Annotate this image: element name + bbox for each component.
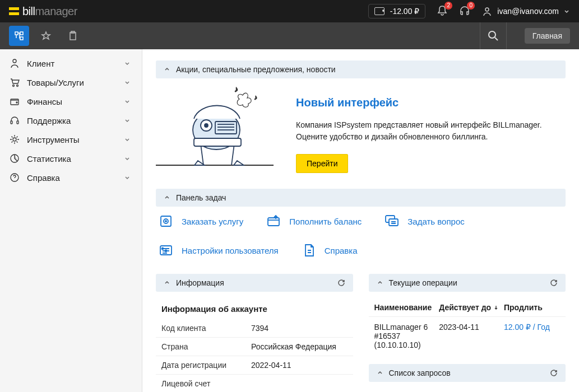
svg-point-0 bbox=[485, 8, 489, 11]
info-row: Страна Российская Федерация bbox=[156, 338, 353, 356]
svg-point-7 bbox=[13, 59, 16, 63]
svg-point-14 bbox=[13, 138, 16, 141]
main-content: Акции, специальные предложения, новости bbox=[142, 49, 579, 392]
go-button[interactable]: Перейти bbox=[296, 154, 348, 173]
notifications-button[interactable]: 2 bbox=[437, 5, 448, 18]
task-user-settings[interactable]: Настройки пользователя bbox=[158, 242, 279, 258]
top-header: billmanager -12.00 ₽ 2 0 ivan@ivanov.com bbox=[0, 0, 579, 22]
chevron-down-icon bbox=[124, 79, 131, 86]
clipboard-button[interactable] bbox=[63, 26, 83, 46]
news-title: Новый интерфейс bbox=[296, 96, 566, 109]
user-email: ivan@ivanov.com bbox=[497, 7, 559, 16]
svg-rect-12 bbox=[11, 121, 12, 124]
logo[interactable]: billmanager bbox=[9, 5, 77, 18]
svg-point-9 bbox=[17, 85, 18, 87]
sidebar-item-finance[interactable]: Финансы bbox=[0, 92, 142, 111]
refresh-button[interactable] bbox=[550, 279, 558, 287]
svg-point-8 bbox=[13, 85, 15, 87]
collapse-button[interactable] bbox=[377, 279, 383, 286]
refresh-button[interactable] bbox=[337, 279, 345, 287]
requests-panel-header: Список запросов bbox=[369, 364, 566, 382]
task-help[interactable]: Справка bbox=[301, 242, 358, 258]
sidebar-item-client[interactable]: Клиент bbox=[0, 54, 142, 73]
requests-table-header: Тема Статус bbox=[369, 389, 566, 392]
task-order-service[interactable]: Заказать услугу bbox=[158, 213, 243, 229]
balance-value: -12.00 ₽ bbox=[390, 7, 420, 16]
requests-panel-title: Список запросов bbox=[389, 368, 451, 377]
user-icon bbox=[481, 6, 493, 17]
sidebar: Клиент Товары/Услуги Финансы Поддержка И… bbox=[0, 49, 142, 392]
topup-icon bbox=[266, 213, 281, 229]
col-until[interactable]: Действует до bbox=[439, 303, 504, 312]
chevron-down-icon bbox=[124, 117, 131, 124]
ops-until: 2023-04-11 bbox=[439, 323, 504, 349]
tree-view-button[interactable] bbox=[9, 26, 29, 46]
info-section-title: Информация об аккаунте bbox=[156, 298, 353, 319]
tasks-grid: Заказать услугу Пополнить баланс Задать … bbox=[156, 213, 566, 258]
svg-rect-22 bbox=[215, 122, 237, 134]
search-button[interactable] bbox=[480, 22, 507, 49]
chevron-down-icon bbox=[563, 8, 570, 15]
headset-icon bbox=[9, 115, 20, 126]
chevron-down-icon bbox=[124, 174, 131, 181]
collapse-button[interactable] bbox=[164, 194, 170, 201]
logo-icon bbox=[9, 7, 19, 15]
client-icon bbox=[9, 58, 20, 69]
task-topup-balance[interactable]: Пополнить баланс bbox=[266, 213, 362, 229]
svg-rect-30 bbox=[268, 218, 279, 226]
sidebar-item-stats[interactable]: Статистика bbox=[0, 149, 142, 168]
chevron-down-icon bbox=[124, 155, 131, 162]
svg-text:♪: ♪ bbox=[254, 94, 257, 101]
svg-rect-4 bbox=[70, 32, 76, 40]
svg-point-21 bbox=[205, 124, 208, 127]
task-ask-question[interactable]: Задать вопрос bbox=[384, 213, 464, 229]
refresh-button[interactable] bbox=[550, 369, 558, 377]
notif-badge: 2 bbox=[444, 2, 452, 10]
favorites-button[interactable] bbox=[36, 26, 56, 46]
chat-icon bbox=[384, 213, 400, 229]
svg-point-34 bbox=[162, 248, 164, 250]
chevron-down-icon bbox=[124, 98, 131, 105]
ops-name: BILLmanager 6 #16537 (10.10.10.10) bbox=[374, 323, 439, 349]
info-row: Код клиента 7394 bbox=[156, 319, 353, 338]
sidebar-item-help[interactable]: Справка bbox=[0, 168, 142, 187]
sidebar-item-tools[interactable]: Инструменты bbox=[0, 130, 142, 149]
svg-rect-2 bbox=[20, 32, 23, 35]
info-row: Лицевой счет bbox=[156, 375, 353, 392]
collapse-button[interactable] bbox=[377, 370, 383, 376]
balance-widget[interactable]: -12.00 ₽ bbox=[368, 4, 426, 18]
settings-icon bbox=[158, 242, 174, 258]
support-button[interactable]: 0 bbox=[459, 5, 470, 18]
col-name[interactable]: Наименование bbox=[374, 303, 439, 312]
chevron-down-icon bbox=[124, 60, 131, 67]
chevron-down-icon bbox=[124, 136, 131, 143]
ops-row: BILLmanager 6 #16537 (10.10.10.10) 2023-… bbox=[369, 317, 566, 355]
news-illustration: ♪ ♪ bbox=[156, 85, 274, 166]
sub-header: Главная bbox=[0, 22, 579, 49]
info-panel-title: Информация bbox=[176, 278, 224, 287]
col-renew[interactable]: Продлить bbox=[504, 303, 560, 312]
tab-main[interactable]: Главная bbox=[525, 28, 570, 44]
svg-text:♪: ♪ bbox=[234, 85, 238, 94]
svg-point-35 bbox=[165, 250, 167, 252]
logo-text: billmanager bbox=[22, 5, 77, 18]
pie-icon bbox=[9, 153, 20, 164]
ops-table-header: Наименование Действует до Продлить bbox=[369, 298, 566, 317]
tasks-panel-title: Панель задач bbox=[176, 193, 226, 202]
svg-point-6 bbox=[489, 31, 495, 38]
support-badge: 0 bbox=[467, 2, 475, 10]
sidebar-item-products[interactable]: Товары/Услуги bbox=[0, 73, 142, 92]
sidebar-item-support[interactable]: Поддержка bbox=[0, 111, 142, 130]
svg-rect-3 bbox=[20, 37, 23, 40]
ops-panel-header: Текущие операции bbox=[369, 274, 566, 292]
svg-rect-13 bbox=[17, 121, 18, 124]
gear-icon bbox=[9, 134, 20, 145]
user-menu[interactable]: ivan@ivanov.com bbox=[481, 6, 570, 17]
wallet-icon bbox=[9, 96, 20, 107]
collapse-button[interactable] bbox=[164, 279, 170, 286]
collapse-button[interactable] bbox=[164, 66, 170, 73]
ops-renew-link[interactable]: 12.00 ₽ / Год bbox=[504, 323, 560, 349]
tasks-panel-header: Панель задач bbox=[156, 189, 566, 207]
svg-point-11 bbox=[16, 102, 17, 103]
news-description: Компания ISPsystem представляет новый ин… bbox=[296, 119, 566, 143]
